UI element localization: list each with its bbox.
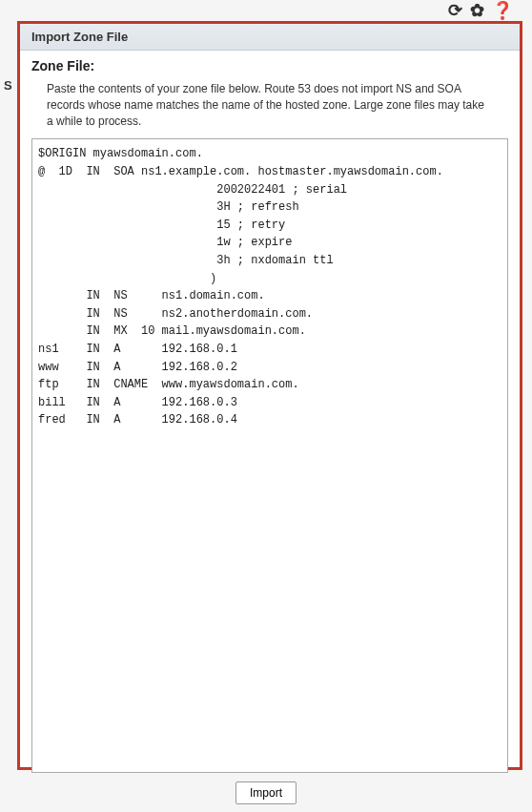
dialog-title: Import Zone File	[20, 24, 520, 51]
dialog-container: Import Zone File Zone File: Paste the co…	[17, 21, 522, 770]
import-button[interactable]: Import	[235, 781, 297, 804]
import-button-wrap: Import	[235, 781, 297, 804]
zone-file-textarea[interactable]	[31, 138, 508, 773]
side-tab-letter: S	[4, 78, 12, 93]
instructions-text: Paste the contents of your zone file bel…	[20, 77, 520, 138]
zone-file-textarea-wrap	[20, 138, 520, 784]
refresh-icon[interactable]: ⟳	[448, 0, 462, 21]
zone-file-label: Zone File:	[20, 51, 520, 77]
help-icon[interactable]: ❓	[492, 0, 513, 21]
header-toolbar: ⟳ ✿ ❓	[448, 0, 513, 19]
settings-icon[interactable]: ✿	[470, 0, 484, 21]
